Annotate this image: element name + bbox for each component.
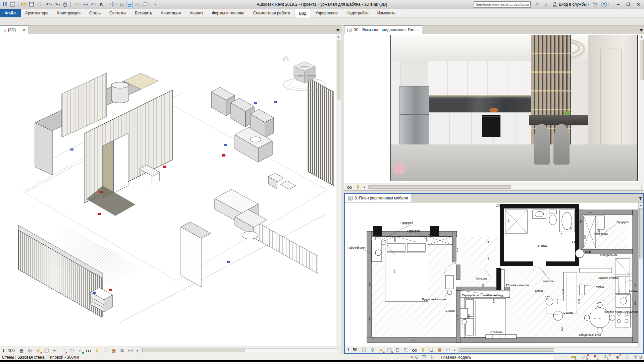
canvas-3d-view[interactable]: Сверху Слева Спереди: [0, 34, 336, 347]
ribbon-tab-massing-site[interactable]: Формы и генплан: [208, 9, 249, 17]
scroll-left-icon[interactable]: ◂: [453, 348, 455, 352]
ribbon-tab-analyze[interactable]: Анализ: [185, 9, 208, 17]
show-crop-region-icon[interactable]: [69, 348, 75, 353]
ribbon-tab-manage[interactable]: Управление: [311, 9, 342, 17]
default-3d-view-icon[interactable]: [109, 1, 118, 8]
temporary-hide-isolate-icon[interactable]: [412, 347, 417, 353]
displacement-sets-icon[interactable]: ⧉: [119, 348, 125, 353]
scale-label[interactable]: 1 : 100: [2, 348, 15, 353]
print-icon[interactable]: [62, 1, 68, 8]
minimize-button[interactable]: ─: [614, 1, 622, 8]
search-input[interactable]: [474, 1, 531, 8]
visual-style-icon[interactable]: [27, 348, 33, 353]
sign-in-button[interactable]: Вход в службы: [552, 2, 589, 7]
scrollbar-horizontal-render[interactable]: [368, 185, 642, 189]
communication-center-icon[interactable]: [533, 1, 540, 8]
select-links-toggle[interactable]: [571, 355, 578, 360]
close-button[interactable]: ✕: [634, 1, 642, 8]
workset-status-icon[interactable]: [430, 355, 435, 360]
favorites-star-icon[interactable]: ☆: [543, 1, 549, 8]
visual-style-icon[interactable]: [370, 347, 375, 353]
view-tab-3d[interactable]: ⌂ {3D} ✕: [0, 25, 29, 34]
restore-button[interactable]: ❐: [624, 1, 632, 8]
ribbon-tab-addins[interactable]: Надстройки: [342, 9, 373, 17]
measure-icon[interactable]: [73, 1, 82, 8]
active-workset-select[interactable]: Главная модель ⌄: [439, 355, 553, 360]
temporary-view-properties-icon[interactable]: ❏: [103, 348, 108, 353]
tab-list-chevron-icon[interactable]: ▬▼: [640, 28, 643, 32]
tab-list-chevron-icon[interactable]: ▬▼: [336, 28, 339, 32]
close-hidden-windows-icon[interactable]: ⊠: [134, 1, 141, 8]
selection-filter-button[interactable]: :0: [633, 355, 642, 360]
show-crop-region-icon[interactable]: [403, 347, 409, 353]
editing-requests-button[interactable]: ✎:0: [410, 355, 418, 360]
reveal-hidden-icon[interactable]: [355, 184, 361, 190]
save-icon[interactable]: [28, 1, 35, 8]
unlocked-view-icon[interactable]: ⌂: [77, 348, 83, 353]
sun-path-icon[interactable]: [36, 348, 41, 353]
temporary-view-properties-icon[interactable]: ❏: [428, 347, 434, 353]
section-icon[interactable]: [118, 1, 125, 8]
scroll-left-icon[interactable]: ◂: [363, 185, 365, 189]
redo-button[interactable]: ↷: [54, 1, 61, 8]
revit-app-button[interactable]: R: [2, 1, 8, 8]
temporary-hide-isolate-icon[interactable]: [346, 184, 352, 190]
undo-button[interactable]: ↶: [46, 1, 53, 8]
aligned-dimension-icon[interactable]: [83, 1, 89, 8]
detail-level-icon[interactable]: ▢: [361, 347, 367, 353]
view-tab-plan[interactable]: 8. План расстановки мебели: [345, 194, 411, 202]
drag-on-selection-toggle[interactable]: ✥✕: [614, 355, 621, 360]
ribbon-tab-systems[interactable]: Системы: [105, 9, 130, 17]
scroll-thumb[interactable]: [639, 208, 643, 258]
canvas-plan-view[interactable]: Рабочий стол Гардероб Гардероб Душ Унита…: [345, 202, 638, 346]
reveal-constraints-icon[interactable]: [445, 347, 451, 353]
analytical-model-icon[interactable]: ▦: [437, 347, 442, 353]
thin-lines-icon[interactable]: ▤: [126, 1, 133, 8]
scrollbar-vertical-render[interactable]: ▲: [639, 34, 644, 183]
sync-icon[interactable]: [36, 1, 45, 8]
scroll-thumb[interactable]: [460, 348, 554, 352]
properties-icon[interactable]: [9, 1, 16, 8]
shadows-icon[interactable]: ◯: [44, 348, 50, 353]
viewcube-left-label[interactable]: Слева: [295, 74, 303, 77]
ribbon-tab-modify[interactable]: Изменить: [373, 9, 400, 17]
close-view-icon[interactable]: ✕: [22, 28, 25, 32]
viewcube-home-icon[interactable]: [283, 56, 288, 61]
scroll-thumb[interactable]: [142, 349, 245, 352]
temporary-hide-isolate-icon[interactable]: [86, 348, 92, 353]
scroll-up-icon[interactable]: ▲: [337, 34, 340, 39]
scroll-thumb[interactable]: [640, 40, 644, 80]
render-dialog-icon[interactable]: [52, 348, 58, 353]
switch-windows-icon[interactable]: [142, 1, 150, 8]
scroll-thumb[interactable]: [337, 40, 340, 100]
worksets-dialog-icon[interactable]: [422, 355, 426, 360]
sun-path-icon[interactable]: [378, 347, 384, 353]
scrollbar-horizontal-3d[interactable]: [141, 348, 338, 353]
scrollbar-horizontal-plan[interactable]: [459, 348, 641, 352]
scroll-up-icon[interactable]: ▲: [640, 202, 642, 207]
tab-list-chevron-icon[interactable]: ▬▼: [639, 196, 642, 200]
ribbon-tab-file[interactable]: Файл: [0, 9, 21, 17]
select-underlay-toggle[interactable]: ✕: [582, 355, 589, 360]
open-icon[interactable]: [20, 1, 27, 8]
window-splitter-horizontal[interactable]: [344, 190, 644, 193]
shadows-icon[interactable]: ◯: [386, 347, 392, 353]
text-icon[interactable]: A: [98, 1, 105, 8]
ribbon-tab-insert[interactable]: Вставить: [130, 9, 156, 17]
crop-view-icon[interactable]: [395, 347, 400, 353]
window-splitter-vertical[interactable]: [341, 25, 344, 354]
reveal-constraints-icon[interactable]: [128, 348, 133, 353]
ribbon-tab-annotate[interactable]: Аннотации: [156, 9, 185, 17]
view-tab-render[interactable]: 30 - Эскизное предложение. Гост...: [344, 25, 422, 34]
scale-label[interactable]: 1 : 50: [347, 348, 357, 352]
scroll-up-icon[interactable]: ▲: [640, 34, 643, 39]
ribbon-tab-collaborate[interactable]: Совместная работа: [249, 9, 294, 17]
select-pinned-toggle[interactable]: [593, 355, 599, 360]
customize-qat-icon[interactable]: ⸚: [151, 1, 158, 8]
scrollbar-vertical-plan[interactable]: ▲: [638, 202, 643, 346]
app-store-cart-icon[interactable]: [592, 1, 598, 8]
reveal-hidden-icon[interactable]: [420, 347, 426, 353]
viewcube-top-label[interactable]: Сверху: [300, 65, 309, 68]
ribbon-tab-structure[interactable]: Конструкция: [53, 9, 85, 17]
scroll-thumb[interactable]: [369, 185, 511, 189]
